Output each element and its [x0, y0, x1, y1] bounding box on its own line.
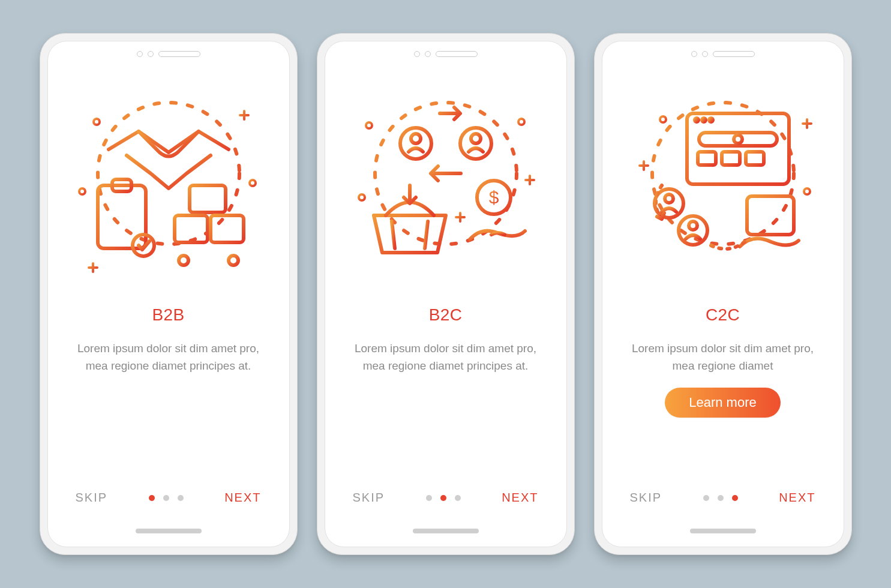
page-indicator	[426, 495, 461, 501]
phone-speaker-area	[48, 51, 289, 57]
onboarding-stage: B2B Lorem ipsum dolor sit dim amet pro, …	[40, 33, 852, 555]
home-indicator	[136, 529, 202, 533]
dot-3[interactable]	[455, 495, 461, 501]
svg-rect-8	[175, 215, 208, 242]
svg-rect-1	[98, 185, 146, 248]
onboarding-description: Lorem ipsum dolor sit dim amet pro, mea …	[48, 340, 289, 374]
camera-dot-icon	[414, 51, 420, 57]
svg-point-49	[660, 116, 666, 122]
svg-point-30	[652, 103, 794, 244]
svg-point-28	[518, 119, 524, 125]
page-indicator	[703, 495, 738, 501]
b2b-handshake-icon	[73, 95, 265, 275]
camera-dot-icon	[425, 51, 431, 57]
dot-3[interactable]	[178, 495, 184, 501]
skip-button[interactable]: SKIP	[76, 491, 108, 505]
svg-point-46	[689, 221, 697, 230]
onboarding-description: Lorem ipsum dolor sit dim amet pro, mea …	[325, 340, 566, 374]
svg-point-29	[359, 194, 365, 200]
svg-point-16	[79, 188, 85, 194]
onboarding-nav: SKIP NEXT	[325, 491, 566, 505]
svg-point-34	[702, 118, 706, 122]
next-button[interactable]: NEXT	[224, 491, 261, 505]
svg-rect-38	[698, 152, 716, 165]
dot-1[interactable]	[149, 495, 155, 501]
svg-text:$: $	[488, 187, 499, 207]
onboarding-screen-b2c: $ B2C Lorem ipsum dolor sit dim amet pro…	[325, 41, 567, 547]
svg-point-50	[804, 188, 810, 194]
svg-rect-9	[211, 215, 244, 242]
onboarding-screen-c2c: C2C Lorem ipsum dolor sit dim amet pro, …	[602, 41, 844, 547]
phone-mockup-b2c: $ B2C Lorem ipsum dolor sit dim amet pro…	[317, 33, 575, 555]
skip-button[interactable]: SKIP	[353, 491, 385, 505]
home-indicator	[690, 529, 756, 533]
learn-more-button[interactable]: Learn more	[665, 388, 781, 418]
c2c-marketplace-icon	[627, 95, 819, 275]
speaker-slot-icon	[713, 51, 755, 57]
onboarding-title: B2C	[429, 305, 462, 325]
b2c-basket-icon: $	[350, 95, 542, 275]
dot-2[interactable]	[163, 495, 169, 501]
onboarding-title: B2B	[152, 305, 185, 325]
svg-line-24	[425, 221, 428, 248]
svg-point-33	[695, 118, 698, 122]
page-indicator	[149, 495, 184, 501]
svg-point-12	[179, 256, 188, 265]
phone-mockup-b2b: B2B Lorem ipsum dolor sit dim amet pro, …	[40, 33, 298, 555]
onboarding-description: Lorem ipsum dolor sit dim amet pro, mea …	[602, 340, 844, 374]
svg-point-19	[411, 134, 421, 143]
dot-3[interactable]	[732, 495, 738, 501]
svg-point-13	[229, 256, 238, 265]
phone-speaker-area	[602, 51, 844, 57]
svg-rect-40	[746, 152, 764, 165]
camera-dot-icon	[691, 51, 697, 57]
phone-speaker-area	[325, 51, 566, 57]
svg-line-22	[392, 221, 395, 248]
speaker-slot-icon	[158, 51, 200, 57]
svg-point-27	[366, 122, 372, 128]
phone-mockup-c2c: C2C Lorem ipsum dolor sit dim amet pro, …	[594, 33, 852, 555]
svg-rect-7	[190, 185, 226, 212]
onboarding-nav: SKIP NEXT	[48, 491, 289, 505]
onboarding-title: C2C	[706, 305, 740, 325]
svg-point-35	[709, 118, 713, 122]
svg-point-37	[734, 135, 742, 143]
next-button[interactable]: NEXT	[502, 491, 538, 505]
camera-dot-icon	[702, 51, 708, 57]
svg-point-21	[471, 134, 481, 143]
svg-point-15	[250, 180, 256, 186]
dot-1[interactable]	[703, 495, 709, 501]
svg-point-14	[94, 119, 100, 125]
dot-1[interactable]	[426, 495, 432, 501]
camera-dot-icon	[137, 51, 143, 57]
camera-dot-icon	[148, 51, 154, 57]
onboarding-screen-b2b: B2B Lorem ipsum dolor sit dim amet pro, …	[47, 41, 290, 547]
next-button[interactable]: NEXT	[779, 491, 815, 505]
svg-point-44	[665, 194, 673, 203]
home-indicator	[413, 529, 479, 533]
dot-2[interactable]	[440, 495, 446, 501]
onboarding-nav: SKIP NEXT	[602, 491, 844, 505]
dot-2[interactable]	[718, 495, 724, 501]
speaker-slot-icon	[436, 51, 478, 57]
skip-button[interactable]: SKIP	[630, 491, 662, 505]
svg-rect-39	[722, 152, 740, 165]
